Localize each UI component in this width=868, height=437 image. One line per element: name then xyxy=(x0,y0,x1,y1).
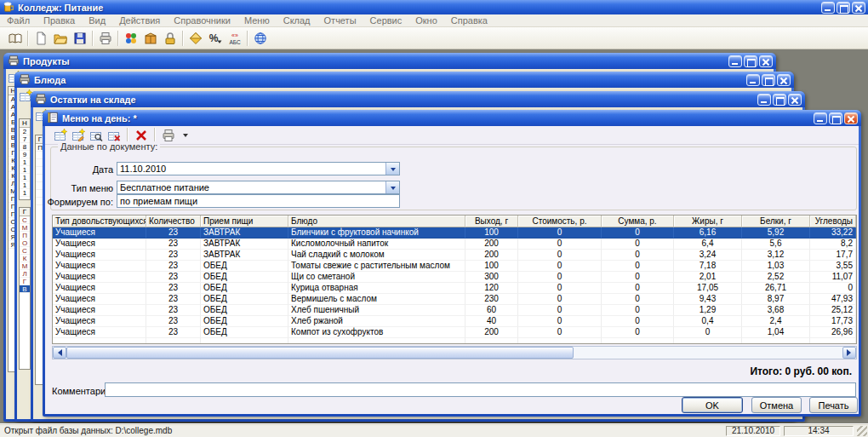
chevron-down-icon[interactable] xyxy=(385,181,399,193)
list-item[interactable]: 9 xyxy=(20,151,30,158)
dishes-number-strip[interactable]: Н278911111 xyxy=(19,118,31,200)
column-header[interactable]: Углеводы xyxy=(810,216,856,227)
resize-grip[interactable] xyxy=(857,426,867,436)
menu-item[interactable]: Склад xyxy=(277,15,317,26)
save-icon[interactable] xyxy=(71,30,89,47)
close-button[interactable] xyxy=(844,112,858,124)
column-header[interactable]: Количество xyxy=(146,216,201,227)
main-titlebar[interactable]: Колледж: Питание xyxy=(0,0,868,14)
list-item[interactable]: 1 xyxy=(20,189,30,197)
diamond-icon[interactable] xyxy=(186,30,204,47)
table-horizontal-scrollbar[interactable] xyxy=(52,346,857,359)
close-button[interactable] xyxy=(852,2,865,14)
maximize-button[interactable] xyxy=(762,74,775,86)
list-item[interactable]: О xyxy=(20,239,30,247)
scroll-right-arrow-icon[interactable] xyxy=(842,347,856,359)
scrollbar-thumb[interactable] xyxy=(66,347,574,359)
menu-item[interactable]: Файл xyxy=(0,15,37,26)
add-record-icon[interactable] xyxy=(52,128,68,143)
table-row[interactable]: Учащиеся23ЗАВТРАККисломолочный напиток20… xyxy=(53,239,856,250)
column-header[interactable]: Белки, г xyxy=(742,216,810,227)
close-button[interactable] xyxy=(777,74,791,86)
list-item[interactable]: 1 xyxy=(20,158,30,166)
view-record-icon[interactable] xyxy=(88,128,104,143)
menu-item[interactable]: Окно xyxy=(408,15,444,26)
maximize-button[interactable] xyxy=(829,112,842,124)
table-row[interactable]: Учащиеся23ЗАВТРАКБлинчики с фруктовой на… xyxy=(53,227,856,239)
list-item[interactable]: В xyxy=(20,285,30,293)
window-products-titlebar[interactable]: Продукты xyxy=(3,53,776,69)
list-item[interactable]: М xyxy=(20,224,30,232)
table-row[interactable]: Учащиеся23ОБЕДТоматы свежие с растительн… xyxy=(53,261,856,272)
book-icon[interactable] xyxy=(6,30,24,47)
chevron-down-icon[interactable] xyxy=(385,163,399,175)
menu-item[interactable]: Отчеты xyxy=(317,15,363,26)
list-item[interactable]: Г xyxy=(20,278,30,285)
minimize-button[interactable] xyxy=(757,94,771,106)
list-item[interactable]: 1 xyxy=(20,166,30,174)
lock-icon[interactable] xyxy=(161,30,179,47)
print-button[interactable]: Печать xyxy=(809,397,858,413)
print-icon[interactable] xyxy=(96,30,114,47)
column-header[interactable]: Стоимость, р. xyxy=(518,216,602,227)
column-header[interactable]: Жиры, г xyxy=(674,216,742,227)
table-row[interactable]: Учащиеся23ОБЕДКурица отварная1200017,052… xyxy=(53,283,856,294)
column-header[interactable]: Сумма, р. xyxy=(602,216,674,227)
comment-input[interactable] xyxy=(105,382,856,397)
dishes-letter-strip[interactable]: ГСМПОСКМЛГВ xyxy=(19,207,31,370)
open-folder-icon[interactable] xyxy=(51,30,69,47)
table-row[interactable]: Учащиеся23ОБЕДКомпот из сухофруктов20000… xyxy=(53,327,856,338)
package-icon[interactable] xyxy=(141,30,159,47)
minimize-button[interactable] xyxy=(814,112,827,124)
list-item[interactable]: К xyxy=(20,255,30,262)
list-item[interactable]: 1 xyxy=(20,174,30,181)
maximize-button[interactable] xyxy=(837,2,850,14)
minimize-button[interactable] xyxy=(746,74,760,86)
list-item[interactable]: Л xyxy=(20,270,30,278)
menu-item[interactable]: Справка xyxy=(444,15,494,26)
window-dishes-titlebar[interactable]: Блюда xyxy=(14,72,794,88)
column-header[interactable]: Тип довольствующихся xyxy=(53,216,146,227)
list-item[interactable]: С xyxy=(20,216,30,224)
delete-icon[interactable] xyxy=(133,128,149,143)
close-button[interactable] xyxy=(759,55,773,67)
table-row[interactable]: Учащиеся23ЗАВТРАКЧай сладкий с молоком20… xyxy=(53,250,856,261)
list-item[interactable]: 2 xyxy=(20,128,30,135)
minimize-button[interactable] xyxy=(728,55,742,67)
maximize-button[interactable] xyxy=(773,94,786,106)
menu-item[interactable]: Правка xyxy=(37,15,82,26)
close-button[interactable] xyxy=(788,94,802,106)
date-combobox[interactable]: 11.10.2010 xyxy=(117,162,400,175)
column-header[interactable]: Блюдо xyxy=(288,216,465,227)
percent-icon[interactable]: % xyxy=(206,30,224,47)
table-row[interactable]: Учащиеся23ОБЕДВермишель с маслом230009,4… xyxy=(53,294,856,305)
list-item[interactable]: П xyxy=(20,232,30,239)
dialog-titlebar[interactable]: Меню на день: * xyxy=(43,110,861,126)
menu-item[interactable]: Вид xyxy=(82,15,112,26)
column-header[interactable]: Выход, г xyxy=(465,216,518,227)
ok-button[interactable]: OK xyxy=(682,397,743,413)
table-row[interactable]: Учащиеся23ОБЕДХлеб ржаной40000,42,417,73 xyxy=(53,316,856,327)
list-item[interactable]: М xyxy=(20,262,30,270)
menu-item[interactable]: Меню xyxy=(237,15,277,26)
minimize-button[interactable] xyxy=(821,2,835,14)
list-item[interactable]: С xyxy=(20,247,30,255)
menu-item[interactable]: Сервис xyxy=(363,15,409,26)
column-header[interactable]: Прием пищи xyxy=(201,216,288,227)
table-row[interactable]: Учащиеся23ОБЕДЩи со сметаной300002,012,5… xyxy=(53,272,856,283)
edit-record-icon[interactable] xyxy=(70,128,86,143)
remove-record-icon[interactable] xyxy=(106,128,122,143)
list-item[interactable]: 7 xyxy=(20,135,30,143)
sprite-icon[interactable] xyxy=(122,30,140,47)
formed-by-input[interactable]: по приемам пищи xyxy=(117,194,400,208)
print-icon[interactable] xyxy=(160,128,176,143)
table-row[interactable]: Учащиеся23ОБЕДХлеб пшеничный60001,293,68… xyxy=(53,305,856,316)
window-stock-titlebar[interactable]: Остатки на складе xyxy=(31,91,805,107)
menu-item[interactable]: Действия xyxy=(112,15,167,26)
new-document-icon[interactable] xyxy=(31,30,49,47)
cancel-button[interactable]: Отмена xyxy=(751,397,802,413)
list-item[interactable]: 8 xyxy=(20,143,30,151)
spellcheck-icon[interactable]: «»АБС xyxy=(226,30,243,47)
scroll-left-arrow-icon[interactable] xyxy=(53,347,66,359)
print-dropdown-caret[interactable] xyxy=(183,134,188,140)
